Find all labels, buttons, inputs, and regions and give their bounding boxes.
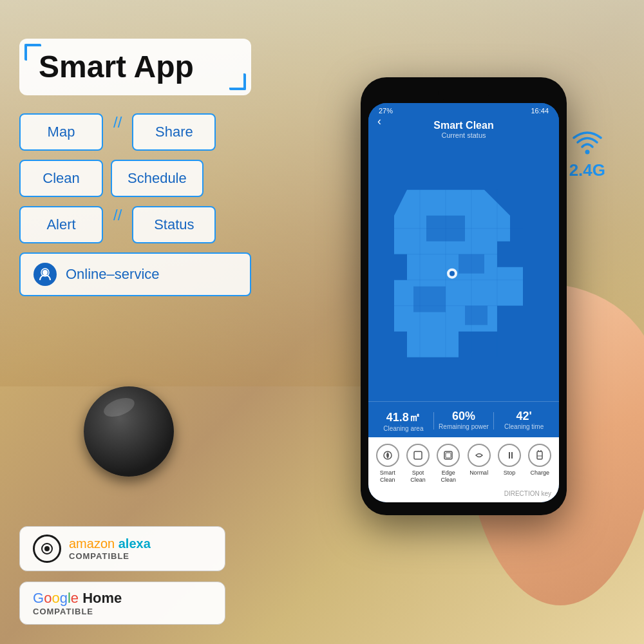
normal-label: Normal (469, 469, 488, 477)
left-panel: Smart App Map // Share Clean Schedule Al… (19, 39, 296, 314)
svg-rect-25 (537, 451, 542, 459)
remaining-power-value: 60% (434, 410, 494, 423)
cleaning-time-value: 42' (494, 410, 554, 423)
clean-button[interactable]: Clean (19, 160, 103, 197)
share-button[interactable]: Share (132, 113, 216, 151)
phone-direction-key: DIRECTION key (368, 488, 559, 502)
features-grid: Map // Share Clean Schedule Alert // Sta… (19, 113, 296, 296)
charge-label: Charge (531, 469, 550, 477)
phone-battery: 27% (379, 107, 393, 115)
service-icon (33, 263, 57, 286)
g-blue: G (33, 590, 44, 606)
phone-subtitle: Current status (379, 131, 549, 139)
phone-status-bar: 27% 16:44 (368, 103, 559, 116)
smart-clean-icon (376, 444, 399, 467)
home-text: Home (79, 590, 122, 606)
g-blue2: g (60, 590, 68, 606)
slash-divider-1: // (113, 113, 122, 151)
phone-controls: SmartClean SpotClean EdgeClean (368, 437, 559, 488)
spot-clean-control[interactable]: SpotClean (406, 444, 430, 484)
amazon-alexa-text: amazon alexa (69, 536, 151, 551)
feature-row-3: Alert // Status (19, 206, 296, 243)
online-service-label: Online–service (66, 266, 160, 283)
cleaning-time-label: Cleaning time (494, 423, 554, 430)
g-yellow: o (52, 590, 59, 606)
edge-clean-icon (437, 444, 460, 467)
edge-clean-control[interactable]: EdgeClean (437, 444, 460, 484)
smart-app-title-box: Smart App (19, 39, 251, 95)
google-home-brand: Google Home (33, 590, 122, 607)
back-button[interactable]: ‹ (377, 115, 381, 128)
svg-point-0 (43, 270, 48, 275)
normal-icon (468, 444, 491, 467)
smart-clean-label: SmartClean (380, 469, 395, 484)
smart-clean-control[interactable]: SmartClean (376, 444, 399, 484)
bottom-logos: amazon alexa COMPATIBLE Google Home COMP… (19, 526, 225, 625)
remaining-power-label: Remaining power (434, 423, 494, 430)
charge-control[interactable]: Charge (528, 444, 551, 484)
slash-divider-2: // (113, 206, 122, 243)
phone-title: Smart Clean (379, 120, 549, 131)
g-red: o (44, 590, 52, 606)
spot-clean-label: SpotClean (410, 469, 426, 484)
phone-time: 16:44 (531, 107, 549, 115)
phone-screen: 27% 16:44 ‹ Smart Clean Current status (368, 103, 559, 502)
normal-control[interactable]: Normal (468, 444, 491, 484)
g-red2: e (71, 590, 79, 606)
alexa-text-block: amazon alexa COMPATIBLE (69, 536, 151, 561)
map-button[interactable]: Map (19, 113, 103, 151)
phone-stats-bar: 41.8㎡ Cleaning area 60% Remaining power … (368, 401, 559, 437)
cleaning-area-value: 41.8㎡ (374, 410, 433, 425)
alexa-badge: amazon alexa COMPATIBLE (19, 526, 225, 571)
alexa-product: alexa (118, 536, 151, 551)
google-home-text-block: Google Home COMPATIBLE (33, 590, 122, 616)
alert-button[interactable]: Alert (19, 206, 103, 243)
phone-notch (438, 86, 489, 100)
robot-body (84, 386, 174, 477)
google-compatible-text: COMPATIBLE (33, 607, 122, 616)
svg-rect-8 (465, 306, 488, 325)
alexa-compatible-text: COMPATIBLE (69, 551, 151, 561)
cleaning-time-stat: 42' Cleaning time (494, 410, 554, 432)
feature-row-4: Online–service (19, 252, 296, 296)
spot-clean-icon (406, 444, 430, 467)
svg-rect-20 (414, 451, 422, 459)
schedule-button[interactable]: Schedule (111, 160, 204, 197)
status-button[interactable]: Status (132, 206, 216, 243)
stop-control[interactable]: Stop (498, 444, 521, 484)
phone-app-header: ‹ Smart Clean Current status (368, 116, 559, 146)
stop-icon (498, 444, 521, 467)
stop-label: Stop (504, 469, 516, 477)
feature-row-2: Clean Schedule (19, 160, 296, 197)
edge-clean-label: EdgeClean (441, 469, 457, 484)
cleaning-area-stat: 41.8㎡ Cleaning area (374, 410, 433, 432)
charge-icon (528, 444, 551, 467)
robot-vacuum (84, 386, 187, 489)
page-title: Smart App (39, 52, 232, 82)
phone-device: 27% 16:44 ‹ Smart Clean Current status (361, 77, 567, 515)
svg-point-18 (450, 271, 455, 276)
phone-map-area (368, 146, 559, 401)
robot-shine (101, 394, 137, 421)
alexa-ring-icon (33, 535, 61, 563)
online-service-button[interactable]: Online–service (19, 252, 251, 296)
phone-wrapper: 27% 16:44 ‹ Smart Clean Current status (335, 77, 644, 605)
map-svg (368, 146, 559, 401)
svg-rect-22 (446, 453, 451, 458)
remaining-power-stat: 60% Remaining power (434, 410, 494, 432)
google-home-badge: Google Home COMPATIBLE (19, 582, 225, 625)
amazon-brand: amazon (69, 536, 118, 551)
feature-row-1: Map // Share (19, 113, 296, 151)
svg-rect-7 (413, 287, 446, 312)
main-content: Smart App Map // Share Clean Schedule Al… (0, 0, 644, 644)
svg-point-30 (44, 546, 50, 551)
cleaning-area-label: Cleaning area (374, 425, 433, 432)
